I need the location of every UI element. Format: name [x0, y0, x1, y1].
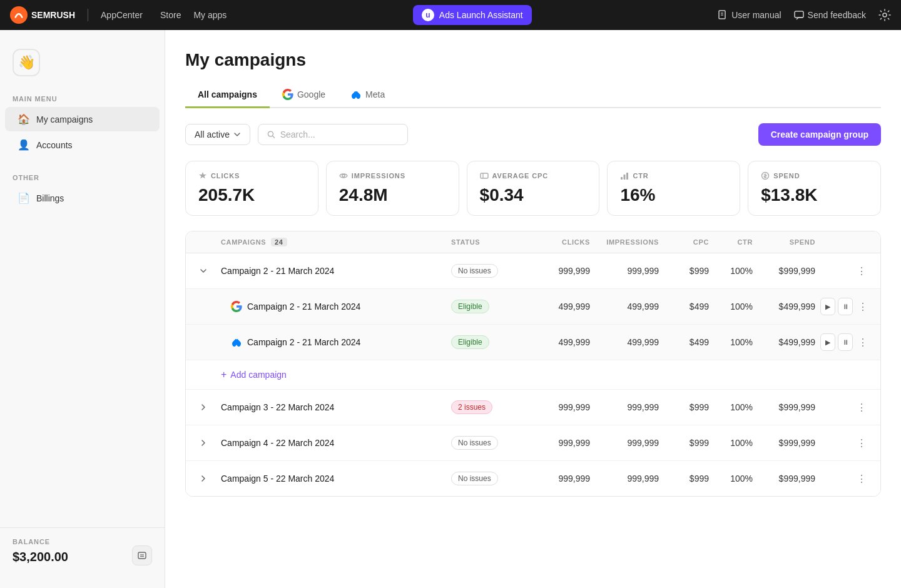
table-header: CAMPAIGNS 24 STATUS CLICKS IMPRESSIONS C… [186, 231, 880, 253]
child-ctr-meta: 100% [714, 337, 758, 347]
add-campaign-plus-icon: + [221, 369, 227, 380]
page-title: My campaigns [185, 50, 881, 70]
tab-all-campaigns[interactable]: All campaigns [185, 83, 270, 108]
campaign-status-row1: No issues [451, 264, 532, 278]
user-manual-link[interactable]: User manual [718, 10, 781, 20]
sidebar: 👋 MAIN MENU 🏠 My campaigns 👤 Accounts OT… [0, 30, 165, 588]
campaign-ctr-row4: 100% [714, 438, 758, 448]
main-layout: 👋 MAIN MENU 🏠 My campaigns 👤 Accounts OT… [0, 30, 901, 588]
tab-google[interactable]: Google [270, 83, 338, 108]
svg-rect-15 [624, 175, 626, 180]
expand-placeholder-child1 [196, 299, 211, 314]
top-navigation: SEMRUSH AppCenter Store My apps u Ads La… [0, 0, 901, 30]
play-button-google[interactable]: ▶ [820, 298, 835, 315]
child-impressions-google: 499,999 [595, 302, 664, 312]
billings-icon: 📄 [18, 192, 30, 204]
sidebar-item-accounts[interactable]: 👤 Accounts [5, 133, 160, 157]
pause-button-google[interactable]: ⏸ [838, 298, 853, 315]
meta-icon [350, 89, 362, 100]
appcenter-label: AppCenter [101, 10, 143, 20]
stat-card-avg-cpc-header: AVERAGE CPC [480, 171, 587, 180]
more-options-button-row3[interactable]: ⋮ [853, 398, 870, 416]
sidebar-logo: 👋 [13, 49, 40, 76]
sidebar-item-billings[interactable]: 📄 Billings [5, 186, 160, 210]
chevron-down-icon [200, 267, 207, 275]
svg-point-11 [342, 175, 345, 177]
balance-action-button[interactable] [132, 545, 152, 565]
search-input-wrap[interactable] [258, 124, 408, 145]
svg-point-5 [883, 13, 887, 17]
more-options-button-row5[interactable]: ⋮ [853, 470, 870, 487]
campaign-cpc-row5: $999 [664, 474, 714, 484]
ctr-icon [620, 171, 629, 180]
my-apps-link[interactable]: My apps [193, 10, 227, 20]
app-badge[interactable]: u Ads Launch Assistant [413, 5, 532, 25]
stat-card-ctr-value: 16% [620, 185, 727, 205]
campaign-status-row3: 2 issues [451, 400, 532, 414]
expand-button-row4[interactable] [196, 435, 211, 450]
expand-button-row1[interactable] [196, 263, 211, 278]
main-menu-label: MAIN MENU [0, 89, 165, 106]
main-content: My campaigns All campaigns Google [165, 30, 901, 588]
child-name-google: Campaign 2 - 21 March 2024 [221, 301, 451, 312]
child-spend-meta: $499,999 [758, 337, 820, 347]
expand-button-row5[interactable] [196, 471, 211, 486]
campaign-ctr-row5: 100% [714, 474, 758, 484]
campaign-spend-row4: $999,999 [758, 438, 820, 448]
campaign-spend-row1: $999,999 [758, 266, 820, 276]
sidebar-item-my-campaigns[interactable]: 🏠 My campaigns [5, 107, 160, 131]
stat-card-clicks: CLICKS 205.7K [185, 161, 318, 216]
expand-button-row3[interactable] [196, 400, 211, 415]
book-icon [718, 10, 728, 20]
pause-button-meta[interactable]: ⏸ [838, 333, 853, 351]
sidebar-item-label-my-campaigns: My campaigns [36, 114, 93, 124]
campaign-status-row5: No issues [451, 472, 532, 485]
child-ctr-google: 100% [714, 302, 758, 312]
message-icon [794, 10, 804, 20]
stat-card-impressions-value: 24.8M [339, 185, 446, 205]
more-options-button-meta[interactable]: ⋮ [855, 333, 870, 351]
child-clicks-google: 499,999 [532, 302, 595, 312]
stat-card-spend: SPEND $13.8K [748, 161, 881, 216]
balance-value: $3,200.00 [13, 550, 68, 564]
campaign-cpc-row4: $999 [664, 438, 714, 448]
table-row: Campaign 2 - 21 March 2024 No issues 999… [186, 253, 880, 289]
send-feedback-link[interactable]: Send feedback [794, 10, 866, 20]
toolbar: All active Create campaign group [185, 123, 881, 146]
svg-rect-16 [626, 173, 628, 180]
child-spend-google: $499,999 [758, 302, 820, 312]
campaign-name-row1: Campaign 2 - 21 March 2024 [221, 266, 451, 276]
filter-label: All active [195, 129, 230, 139]
chevron-right-icon [200, 439, 207, 447]
filter-dropdown[interactable]: All active [185, 124, 250, 145]
stat-card-spend-value: $13.8K [761, 185, 868, 205]
add-campaign-button[interactable]: + Add campaign [221, 369, 287, 380]
more-options-button-row4[interactable]: ⋮ [853, 434, 870, 452]
header-ctr: CTR [714, 238, 758, 246]
campaign-name-row5: Campaign 5 - 22 March 2024 [221, 474, 451, 484]
chevron-down-icon [233, 131, 241, 138]
more-options-button-row1[interactable]: ⋮ [853, 262, 870, 280]
campaign-clicks-row5: 999,999 [532, 474, 595, 484]
store-link[interactable]: Store [160, 10, 181, 20]
search-input[interactable] [280, 129, 399, 139]
avg-cpc-icon [480, 171, 489, 180]
tab-all-campaigns-label: All campaigns [198, 89, 257, 99]
campaign-impressions-row4: 999,999 [595, 438, 664, 448]
home-icon: 🏠 [18, 113, 30, 125]
more-options-button-google[interactable]: ⋮ [855, 298, 870, 315]
gear-icon[interactable] [878, 9, 891, 21]
app-badge-label: Ads Launch Assistant [439, 10, 523, 20]
create-campaign-group-button[interactable]: Create campaign group [758, 123, 881, 146]
table-row-child-meta: Campaign 2 - 21 March 2024 Eligible 499,… [186, 325, 880, 360]
sidebar-item-label-accounts: Accounts [36, 140, 73, 150]
table-row-campaign4: Campaign 4 - 22 March 2024 No issues 999… [186, 425, 880, 461]
table-row-campaign3: Campaign 3 - 22 March 2024 2 issues 999,… [186, 390, 880, 425]
tab-meta[interactable]: Meta [338, 83, 397, 108]
topnav-right: User manual Send feedback [718, 9, 891, 21]
header-clicks: CLICKS [532, 238, 595, 246]
campaign-impressions-row1: 999,999 [595, 266, 664, 276]
svg-rect-6 [138, 552, 146, 559]
semrush-logo[interactable]: SEMRUSH [10, 6, 75, 24]
play-button-meta[interactable]: ▶ [820, 333, 835, 351]
